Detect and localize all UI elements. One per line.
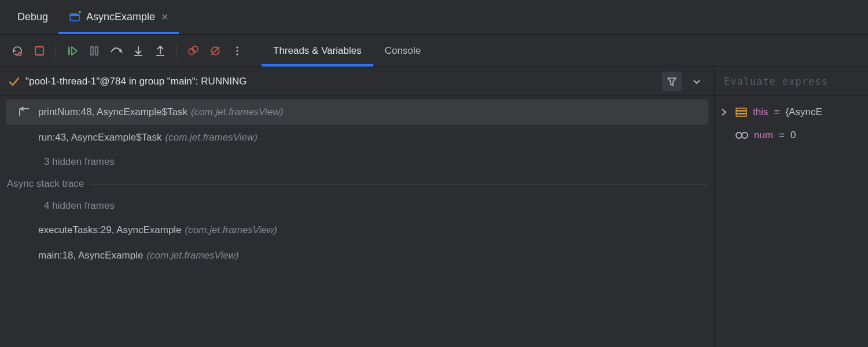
- view-breakpoints-button[interactable]: [184, 42, 203, 60]
- thread-selector[interactable]: "pool-1-thread-1"@784 in group "main": R…: [0, 67, 714, 96]
- rerun-button[interactable]: [8, 42, 27, 60]
- svg-point-21: [742, 132, 748, 138]
- svg-point-16: [236, 53, 238, 55]
- debug-view-tabs: Threads & Variables Console: [262, 35, 432, 67]
- frame-row[interactable]: printNum:48, AsyncExample$Task (com.jet.…: [6, 99, 708, 125]
- variable-value: {AsyncE: [785, 106, 822, 118]
- svg-point-20: [736, 132, 742, 138]
- hidden-frames-label[interactable]: 4 hidden frames: [6, 194, 708, 217]
- thread-status-icon: [8, 76, 20, 87]
- toolbar-separator: [176, 44, 177, 58]
- svg-rect-7: [95, 47, 98, 55]
- mute-breakpoints-button[interactable]: [206, 42, 225, 60]
- svg-point-15: [236, 50, 238, 51]
- variables-list: this = {AsyncE num = 0: [715, 96, 868, 152]
- equals-sign: =: [779, 130, 785, 141]
- frame-text: printNum:48, AsyncExample$Task: [38, 106, 187, 118]
- frame-package: (com.jet.framesView): [191, 106, 283, 118]
- svg-rect-18: [736, 111, 746, 113]
- tab-console[interactable]: Console: [373, 35, 432, 67]
- thread-label: "pool-1-thread-1"@784 in group "main": R…: [25, 76, 656, 87]
- svg-rect-17: [736, 108, 746, 110]
- svg-rect-6: [91, 47, 93, 55]
- close-icon[interactable]: ✕: [161, 12, 168, 23]
- async-label: Async stack trace: [6, 174, 84, 194]
- hidden-frames-label[interactable]: 3 hidden frames: [6, 150, 708, 174]
- drop-frame-icon[interactable]: [19, 107, 30, 117]
- chevron-right-icon[interactable]: [720, 109, 730, 116]
- frame-package: (com.jet.framesView): [185, 224, 277, 236]
- async-stacktrace-separator: Async stack trace: [6, 174, 708, 194]
- step-into-button[interactable]: [129, 42, 148, 60]
- chevron-down-icon[interactable]: [687, 77, 706, 86]
- stop-button[interactable]: [30, 42, 49, 60]
- filter-button[interactable]: [662, 72, 682, 91]
- tool-window-tabs: Debug AsyncExample ✕: [0, 0, 868, 35]
- variable-row[interactable]: num = 0: [720, 124, 862, 147]
- variable-name: num: [754, 130, 773, 141]
- resume-button[interactable]: [63, 42, 82, 60]
- frames-list: printNum:48, AsyncExample$Task (com.jet.…: [0, 96, 714, 347]
- equals-sign: =: [774, 106, 779, 118]
- step-out-button[interactable]: [151, 42, 170, 60]
- step-over-button[interactable]: [107, 42, 126, 60]
- evaluate-placeholder: Evaluate express: [724, 76, 828, 87]
- frame-package: (com.jet.framesView): [165, 132, 258, 143]
- svg-point-3: [19, 53, 21, 54]
- debug-toolbar: Threads & Variables Console: [0, 35, 868, 67]
- frames-pane: "pool-1-thread-1"@784 in group "main": R…: [0, 67, 714, 347]
- run-config-icon: [69, 12, 80, 23]
- tab-threads-variables[interactable]: Threads & Variables: [262, 35, 373, 67]
- frame-row[interactable]: main:18, AsyncExample (com.jet.framesVie…: [6, 243, 708, 268]
- frame-text: executeTasks:29, AsyncExample: [38, 224, 182, 236]
- watch-icon: [735, 131, 748, 139]
- running-indicator-icon: [78, 10, 82, 14]
- frame-text: main:18, AsyncExample: [38, 250, 143, 261]
- tab-debug-tool-window[interactable]: Debug: [7, 0, 58, 34]
- tool-window-title: Debug: [17, 11, 48, 23]
- toolbar-separator: [56, 44, 56, 58]
- svg-rect-19: [736, 114, 746, 116]
- variables-pane: Evaluate express this = {AsyncE num: [714, 67, 868, 347]
- run-config-name: AsyncExample: [86, 11, 155, 23]
- debug-content: "pool-1-thread-1"@784 in group "main": R…: [0, 67, 868, 347]
- pause-button[interactable]: [85, 42, 104, 60]
- variable-name: this: [753, 106, 768, 118]
- tab-label: Threads & Variables: [273, 45, 362, 57]
- svg-rect-4: [35, 47, 43, 55]
- frame-row[interactable]: executeTasks:29, AsyncExample (com.jet.f…: [6, 217, 708, 243]
- separator-line: [90, 184, 708, 184]
- tab-label: Console: [385, 45, 421, 57]
- svg-point-14: [236, 46, 238, 48]
- frame-row[interactable]: run:43, AsyncExample$Task (com.jet.frame…: [6, 125, 708, 150]
- svg-rect-5: [68, 47, 70, 55]
- tab-run-config[interactable]: AsyncExample ✕: [58, 0, 179, 34]
- variable-value: 0: [790, 130, 796, 141]
- frame-text: run:43, AsyncExample$Task: [38, 132, 162, 143]
- frame-package: (com.jet.framesView): [146, 250, 238, 261]
- more-actions-button[interactable]: [228, 42, 247, 60]
- object-icon: [735, 107, 747, 117]
- variable-row[interactable]: this = {AsyncE: [720, 101, 862, 124]
- evaluate-expression-input[interactable]: Evaluate express: [715, 67, 868, 96]
